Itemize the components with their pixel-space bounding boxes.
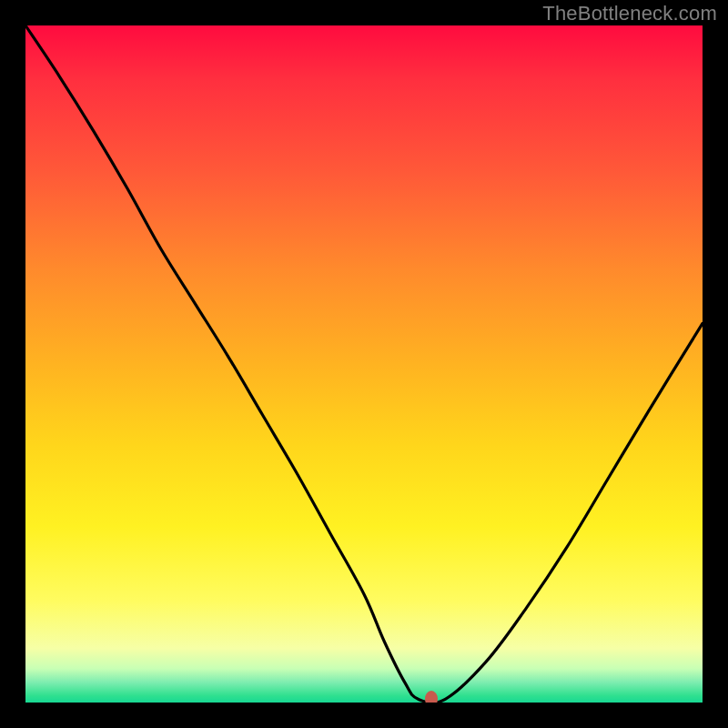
- plot-area: [25, 25, 703, 703]
- watermark-label: TheBottleneck.com: [542, 2, 717, 25]
- chart-frame: TheBottleneck.com: [0, 0, 728, 728]
- bottleneck-curve: [25, 25, 703, 703]
- optimal-point-marker: [425, 691, 438, 703]
